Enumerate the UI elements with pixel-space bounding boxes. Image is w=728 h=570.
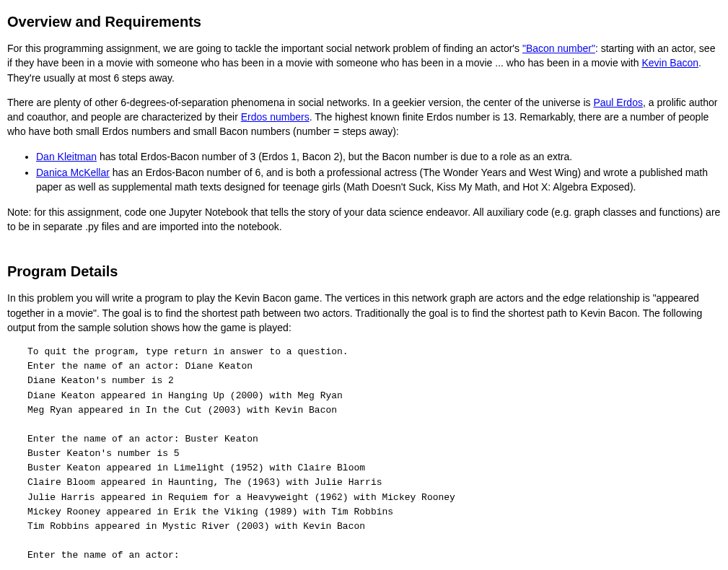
overview-paragraph-1: For this programming assignment, we are … [7,41,721,85]
list-item: Danica McKellar has an Erdos-Bacon numbe… [36,165,721,195]
sample-output-block: To quit the program, type return in answ… [27,345,721,563]
danica-mckellar-link[interactable]: Danica McKellar [36,167,110,178]
program-details-heading: Program Details [7,261,721,282]
overview-paragraph-2: There are plenty of other 6-degrees-of-s… [7,95,721,139]
text: has an Erdos-Bacon number of 6, and is b… [36,167,708,193]
overview-note: Note: for this assignment, code one Jupy… [7,205,721,234]
kevin-bacon-link[interactable]: Kevin Bacon [641,57,698,69]
overview-heading: Overview and Requirements [7,12,721,32]
text: There are plenty of other 6-degrees-of-s… [7,97,593,108]
dan-kleitman-link[interactable]: Dan Kleitman [36,151,97,162]
bacon-number-link[interactable]: "Bacon number" [522,43,595,54]
paul-erdos-link[interactable]: Paul Erdos [593,97,642,108]
text: For this programming assignment, we are … [7,43,522,54]
overview-list: Dan Kleitman has total Erdos-Bacon numbe… [7,149,721,195]
list-item: Dan Kleitman has total Erdos-Bacon numbe… [36,149,721,164]
text: has total Erdos-Bacon number of 3 (Erdos… [97,151,572,162]
erdos-numbers-link[interactable]: Erdos numbers [241,111,310,123]
program-details-paragraph-1: In this problem you will write a program… [7,291,721,335]
